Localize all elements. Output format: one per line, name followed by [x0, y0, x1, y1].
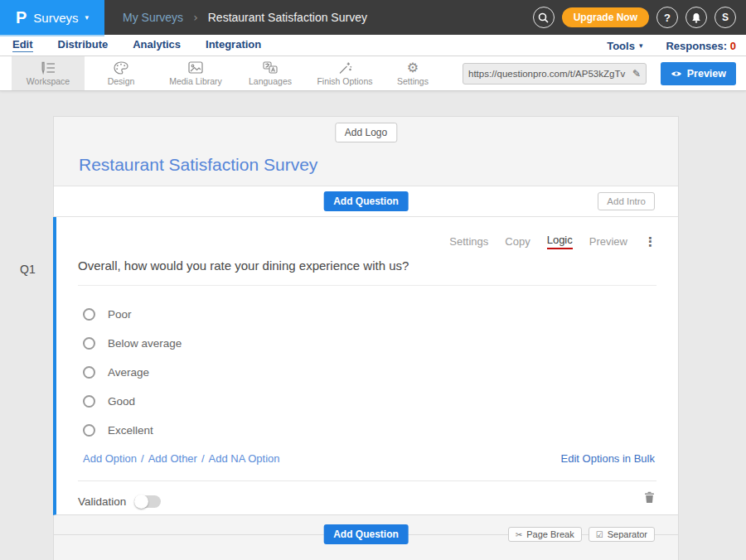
upgrade-now-button[interactable]: Upgrade Now [562, 7, 649, 27]
radio-button-icon[interactable] [83, 424, 95, 437]
answer-option[interactable]: Below average [83, 329, 182, 358]
separator-button[interactable]: ☑ Separator [589, 527, 655, 542]
responses-label: Responses: [666, 40, 727, 52]
question-number: Q1 [20, 263, 36, 276]
toggle-knob [134, 495, 148, 509]
toolbar-label: Settings [397, 76, 429, 86]
option-label[interactable]: Average [108, 366, 149, 379]
toolbar-label: Design [108, 76, 135, 86]
separator-box-icon: ☑ [596, 530, 603, 539]
tab-analytics[interactable]: Analytics [133, 38, 181, 52]
toolbar-label: Finish Options [317, 76, 372, 86]
breadcrumb-my-surveys[interactable]: My Surveys [123, 11, 183, 24]
avatar-initial: S [722, 12, 729, 23]
option-label[interactable]: Excellent [108, 424, 153, 437]
add-option-link[interactable]: Add Option [83, 452, 137, 465]
user-avatar[interactable]: S [715, 7, 736, 28]
magic-wand-icon [338, 60, 352, 75]
app-window: P Surveys ▾ My Surveys › Restaurant Sati… [0, 0, 746, 560]
survey-url-text: https://questionpro.com/t/AP53kZgTv [463, 69, 627, 79]
tools-menu[interactable]: Tools ▾ [607, 40, 642, 52]
toolbar-label: Workspace [27, 76, 70, 86]
tab-distribute[interactable]: Distribute [58, 38, 109, 52]
search-button[interactable] [533, 7, 555, 28]
breadcrumb: My Surveys › Restaurant Satisfaction Sur… [123, 11, 367, 24]
question-mark-icon: ? [664, 12, 671, 24]
tools-label: Tools [607, 40, 635, 52]
toolbar-item-design[interactable]: Design [85, 56, 157, 90]
option-label[interactable]: Good [108, 395, 135, 408]
toolbar-item-media-library[interactable]: Media Library [157, 56, 234, 90]
option-label[interactable]: Poor [108, 308, 132, 321]
page-break-label: Page Break [526, 529, 574, 539]
option-label[interactable]: Below average [108, 337, 182, 350]
add-na-option-link[interactable]: Add NA Option [209, 452, 280, 465]
question-preview-link[interactable]: Preview [589, 235, 627, 248]
answer-option[interactable]: Excellent [83, 416, 182, 445]
search-icon [538, 12, 549, 23]
page-break-button[interactable]: ✂ Page Break [508, 527, 582, 542]
answer-option[interactable]: Average [83, 358, 182, 387]
nav-accent-bar [0, 35, 104, 36]
toolbar-item-settings[interactable]: ⚙ Settings [383, 56, 443, 90]
add-intro-button[interactable]: Add Intro [598, 192, 655, 210]
chevron-down-icon: ▾ [639, 41, 643, 50]
toolbar-item-finish-options[interactable]: Finish Options [307, 56, 383, 90]
survey-title[interactable]: Restaurant Satisfaction Survey [79, 155, 317, 175]
validation-row: Validation [78, 490, 161, 512]
toolbar-item-languages[interactable]: Languages [234, 56, 307, 90]
toolbar-item-workspace[interactable]: Workspace [12, 56, 85, 90]
header-actions: Upgrade Now ? S [533, 0, 736, 35]
validation-divider [78, 480, 656, 481]
tab-edit[interactable]: Edit [12, 38, 33, 52]
question-divider [78, 285, 656, 286]
breadcrumb-current-survey: Restaurant Satisfaction Survey [208, 11, 367, 24]
answer-option[interactable]: Good [83, 387, 182, 416]
tab-integration[interactable]: Integration [206, 38, 261, 52]
responses-count: 0 [730, 40, 736, 52]
radio-button-icon[interactable] [83, 337, 95, 350]
edit-url-pencil-icon[interactable]: ✎ [627, 68, 646, 80]
question-actions: Settings Copy Logic Preview ⋮ [449, 234, 656, 249]
add-question-row-top: Add Question Add Intro [54, 186, 678, 217]
question-text[interactable]: Overall, how would you rate your dining … [78, 258, 409, 273]
gear-icon: ⚙ [407, 60, 419, 75]
question-copy-link[interactable]: Copy [505, 235, 530, 248]
radio-button-icon[interactable] [83, 308, 95, 321]
survey-nav: Edit Distribute Analytics Integration To… [0, 35, 746, 56]
scissors-icon: ✂ [516, 530, 522, 539]
survey-url-field[interactable]: https://questionpro.com/t/AP53kZgTv ✎ [463, 63, 647, 84]
link-separator: / [141, 452, 144, 465]
validation-toggle[interactable] [134, 495, 161, 508]
radio-button-icon[interactable] [83, 395, 95, 408]
validation-label: Validation [78, 495, 126, 508]
eye-icon [671, 70, 682, 78]
add-logo-button[interactable]: Add Logo [335, 123, 397, 142]
top-header: P Surveys ▾ My Surveys › Restaurant Sati… [0, 0, 746, 35]
help-button[interactable]: ? [656, 7, 678, 28]
radio-button-icon[interactable] [83, 366, 95, 379]
notifications-button[interactable] [685, 7, 707, 28]
languages-icon [263, 60, 278, 75]
surveys-app-menu[interactable]: P Surveys ▾ [0, 0, 104, 35]
workspace-icon [40, 60, 56, 75]
add-question-button-top[interactable]: Add Question [323, 191, 409, 211]
toolbar-label: Languages [249, 76, 292, 86]
preview-button[interactable]: Preview [661, 62, 736, 85]
separator-label: Separator [608, 529, 647, 539]
questionpro-logo: P [16, 8, 27, 27]
question-logic-link[interactable]: Logic [547, 234, 573, 249]
option-links: Add Option / Add Other / Add NA Option [83, 452, 280, 465]
card-footer-section: Add Question ✂ Page Break ☑ Separator [54, 515, 678, 560]
delete-question-button[interactable] [644, 491, 655, 507]
responses-counter[interactable]: Responses: 0 [666, 40, 736, 52]
question-settings-link[interactable]: Settings [449, 235, 488, 248]
edit-options-in-bulk-link[interactable]: Edit Options in Bulk [561, 452, 655, 465]
question-card: Settings Copy Logic Preview ⋮ Overall, h… [53, 217, 678, 515]
add-question-button-bottom[interactable]: Add Question [323, 524, 409, 544]
nav-right: Tools ▾ Responses: 0 [607, 35, 736, 56]
preview-label: Preview [687, 68, 726, 80]
add-other-link[interactable]: Add Other [148, 452, 197, 465]
kebab-menu-icon[interactable]: ⋮ [644, 236, 656, 248]
answer-option[interactable]: Poor [83, 300, 182, 329]
